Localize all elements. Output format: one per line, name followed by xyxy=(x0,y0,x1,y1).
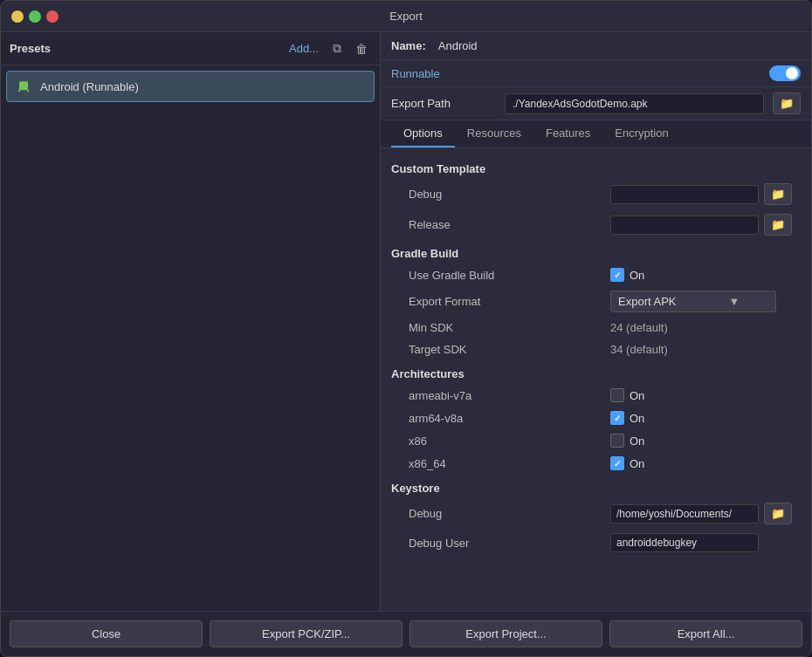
export-project-button[interactable]: Export Project... xyxy=(409,620,602,647)
runnable-row: Runnable xyxy=(381,60,811,87)
export-format-row: Export Format Export APK ▼ xyxy=(391,286,801,317)
arm64-v8a-on-text: On xyxy=(630,412,644,425)
use-gradle-on-text: On xyxy=(630,269,644,282)
export-path-label: Export Path xyxy=(391,97,496,110)
release-template-row: Release 📁 xyxy=(391,209,801,240)
use-gradle-row: Use Gradle Build On xyxy=(391,263,801,286)
arm64-v8a-row: arm64-v8a On xyxy=(391,407,801,429)
min-sdk-value: 24 (default) xyxy=(610,321,794,334)
export-all-button[interactable]: Export All... xyxy=(609,620,802,647)
minimize-button[interactable] xyxy=(11,10,24,23)
armeabi-v7a-row: armeabi-v7a On xyxy=(391,384,801,407)
export-path-row: Export Path 📁 xyxy=(381,87,811,120)
window-controls xyxy=(11,10,58,23)
maximize-button[interactable] xyxy=(29,10,41,23)
use-gradle-value: On xyxy=(610,268,794,282)
name-value: Android xyxy=(438,39,478,52)
armeabi-v7a-checkbox[interactable] xyxy=(610,388,624,402)
tab-resources[interactable]: Resources xyxy=(455,120,533,147)
x86-row: x86 On xyxy=(391,429,801,452)
keystore-debug-label: Debug xyxy=(398,507,610,520)
right-panel: Name: Android Runnable Export Path 📁 Opt… xyxy=(381,32,811,611)
titlebar: Export xyxy=(1,1,811,32)
bottom-buttons: Close Export PCK/ZIP... Export Project..… xyxy=(1,611,811,656)
x86-64-label: x86_64 xyxy=(398,457,610,470)
debug-user-label: Debug User xyxy=(398,537,610,550)
release-template-label: Release xyxy=(398,218,610,231)
x86-64-value: On xyxy=(610,456,794,470)
export-path-input[interactable] xyxy=(505,93,764,114)
export-pck-button[interactable]: Export PCK/ZIP... xyxy=(210,620,403,647)
export-format-value: Export APK ▼ xyxy=(610,291,794,312)
keystore-header: Keystore xyxy=(391,475,801,498)
close-button[interactable]: Close xyxy=(10,620,203,647)
delete-preset-button[interactable]: 🗑 xyxy=(352,40,371,58)
chevron-down-icon: ▼ xyxy=(728,295,740,308)
x86-label: x86 xyxy=(398,435,610,448)
runnable-label[interactable]: Runnable xyxy=(391,67,760,80)
x86-value: On xyxy=(610,434,794,448)
armeabi-v7a-value: On xyxy=(610,388,794,402)
gradle-build-header: Gradle Build xyxy=(391,240,801,263)
target-sdk-value: 34 (default) xyxy=(610,343,794,356)
export-format-dropdown[interactable]: Export APK ▼ xyxy=(610,291,776,312)
tab-features[interactable]: Features xyxy=(533,120,602,147)
architectures-header: Architectures xyxy=(391,360,801,384)
target-sdk-row: Target SDK 34 (default) xyxy=(391,339,801,360)
close-window-button[interactable] xyxy=(46,10,58,23)
use-gradle-checkbox[interactable] xyxy=(610,268,624,282)
name-row: Name: Android xyxy=(381,32,811,60)
debug-template-label: Debug xyxy=(398,188,610,201)
min-sdk-row: Min SDK 24 (default) xyxy=(391,317,801,339)
android-icon xyxy=(14,77,33,96)
debug-template-input[interactable] xyxy=(610,185,759,204)
window-title: Export xyxy=(389,10,423,23)
add-preset-button[interactable]: Add... xyxy=(286,40,322,57)
export-format-label: Export Format xyxy=(398,295,610,308)
min-sdk-display: 24 (default) xyxy=(610,321,668,334)
tab-options[interactable]: Options xyxy=(391,120,455,147)
options-content: Custom Template Debug 📁 Release 📁 xyxy=(381,148,811,611)
x86-64-checkbox[interactable] xyxy=(610,456,624,470)
name-label: Name: xyxy=(391,39,426,52)
main-content: Presets Add... ⧉ 🗑 Android (Runnable) Na… xyxy=(1,32,811,611)
release-template-value: 📁 xyxy=(610,214,794,236)
preset-label: Android (Runnable) xyxy=(40,80,139,93)
x86-64-on-text: On xyxy=(630,457,644,470)
debug-template-folder-button[interactable]: 📁 xyxy=(764,183,792,205)
presets-title: Presets xyxy=(10,42,279,55)
runnable-toggle[interactable] xyxy=(769,65,801,81)
keystore-debug-row: Debug 📁 xyxy=(391,498,801,529)
tab-encryption[interactable]: Encryption xyxy=(602,120,680,147)
release-template-input[interactable] xyxy=(610,216,759,235)
left-panel: Presets Add... ⧉ 🗑 Android (Runnable) xyxy=(1,32,381,611)
keystore-debug-input[interactable] xyxy=(610,504,759,524)
x86-on-text: On xyxy=(630,435,644,448)
target-sdk-label: Target SDK xyxy=(398,343,610,356)
armeabi-v7a-on-text: On xyxy=(630,389,644,402)
target-sdk-display: 34 (default) xyxy=(610,343,668,356)
debug-user-input[interactable] xyxy=(610,533,759,552)
copy-preset-button[interactable]: ⧉ xyxy=(329,39,345,58)
use-gradle-label: Use Gradle Build xyxy=(398,269,610,282)
x86-checkbox[interactable] xyxy=(610,434,624,448)
export-path-folder-button[interactable]: 📁 xyxy=(773,92,801,114)
armeabi-v7a-label: armeabi-v7a xyxy=(398,389,610,402)
debug-template-row: Debug 📁 xyxy=(391,179,801,209)
keystore-debug-folder-button[interactable]: 📁 xyxy=(764,503,792,524)
arm64-v8a-label: arm64-v8a xyxy=(398,412,610,425)
arm64-v8a-checkbox[interactable] xyxy=(610,411,624,425)
custom-template-header: Custom Template xyxy=(391,155,801,179)
debug-user-value xyxy=(610,533,794,552)
x86-64-row: x86_64 On xyxy=(391,452,801,475)
preset-item-android[interactable]: Android (Runnable) xyxy=(6,71,375,102)
preset-list: Android (Runnable) xyxy=(1,65,380,611)
export-format-dropdown-label: Export APK xyxy=(618,295,676,308)
release-template-folder-button[interactable]: 📁 xyxy=(764,214,792,236)
min-sdk-label: Min SDK xyxy=(398,321,610,334)
export-window: Export Presets Add... ⧉ 🗑 Android (Runna… xyxy=(0,0,812,657)
arm64-v8a-value: On xyxy=(610,411,794,425)
keystore-debug-value: 📁 xyxy=(610,503,794,524)
debug-template-value: 📁 xyxy=(610,183,794,205)
debug-user-row: Debug User xyxy=(391,529,801,557)
